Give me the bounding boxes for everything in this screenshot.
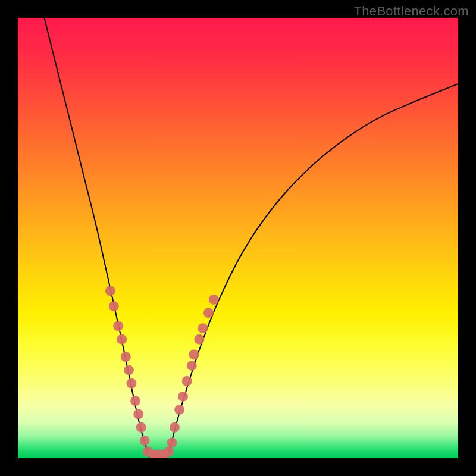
marker-left-markers-7 bbox=[130, 396, 140, 406]
marker-right-markers-1 bbox=[170, 422, 180, 433]
marker-left-markers-8 bbox=[133, 409, 143, 419]
marker-right-markers-2 bbox=[174, 405, 184, 415]
chart-frame: TheBottleneck.com bbox=[0, 0, 476, 476]
marker-right-markers-9 bbox=[203, 308, 214, 318]
marker-right-markers-7 bbox=[194, 334, 204, 345]
series-right-curve bbox=[168, 84, 458, 458]
marker-left-markers-4 bbox=[121, 352, 131, 362]
marker-left-markers-6 bbox=[126, 378, 136, 389]
plot-area bbox=[18, 18, 458, 458]
marker-valley-markers-4 bbox=[164, 446, 174, 456]
series-left-curve bbox=[44, 18, 150, 458]
marker-right-markers-4 bbox=[182, 376, 192, 386]
curve-svg bbox=[18, 18, 458, 458]
marker-left-markers-10 bbox=[140, 436, 150, 446]
watermark-text: TheBottleneck.com bbox=[354, 4, 469, 19]
marker-right-markers-3 bbox=[178, 392, 188, 402]
marker-right-markers-5 bbox=[187, 361, 197, 371]
marker-left-markers-3 bbox=[117, 334, 127, 345]
marker-left-markers-5 bbox=[124, 365, 134, 375]
marker-right-markers-10 bbox=[209, 295, 219, 305]
marker-right-markers-0 bbox=[167, 438, 177, 448]
marker-left-markers-9 bbox=[136, 422, 146, 433]
marker-left-markers-2 bbox=[113, 321, 123, 331]
marker-left-markers-0 bbox=[105, 286, 115, 296]
marker-left-markers-1 bbox=[109, 301, 119, 311]
marker-right-markers-8 bbox=[198, 323, 208, 333]
marker-right-markers-6 bbox=[189, 350, 199, 360]
